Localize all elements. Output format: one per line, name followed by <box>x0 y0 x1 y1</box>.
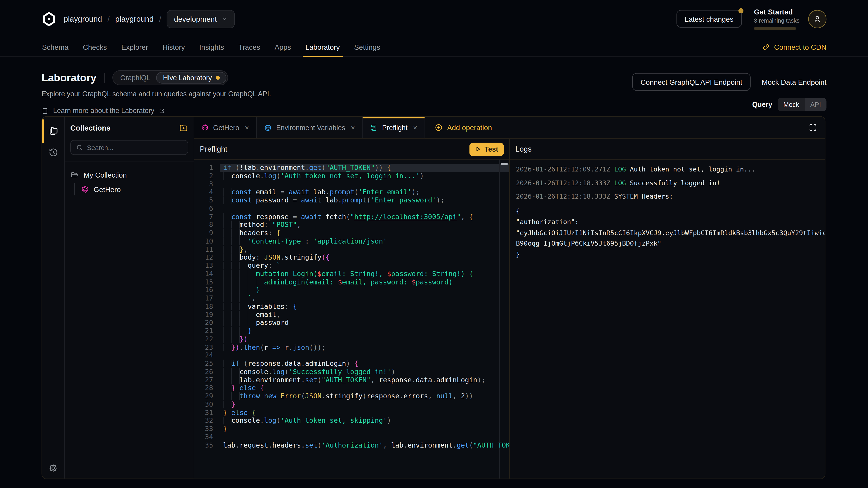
collection-folder-my-collection[interactable]: My Collection <box>70 169 188 181</box>
scrollbar-thumb[interactable] <box>501 163 507 164</box>
editor-pane-title: Preflight <box>200 145 227 153</box>
code-line[interactable]: 1if (!lab.environment.get("AUTH_TOKEN"))… <box>194 164 509 172</box>
hive-logo-icon[interactable] <box>41 11 57 26</box>
rail-active-indicator <box>42 119 43 143</box>
code-line[interactable]: 4 const email = await lab.prompt('Enter … <box>194 188 509 196</box>
code-line[interactable]: 28 } else { <box>194 384 509 392</box>
close-icon[interactable]: × <box>351 123 355 132</box>
code-line[interactable]: 22 }) <box>194 335 509 343</box>
code-line[interactable]: 12 body: JSON.stringify({ <box>194 254 509 262</box>
search-input[interactable] <box>87 144 183 151</box>
nav-tab-insights[interactable]: Insights <box>192 38 231 57</box>
connect-endpoint-label: Connect GraphQL API Endpoint <box>641 78 742 86</box>
nav-tab-laboratory[interactable]: Laboratory <box>298 38 347 57</box>
mode-option-graphiql[interactable]: GraphiQL <box>114 72 156 84</box>
get-started-widget[interactable]: Get Started 3 remaining tasks <box>754 8 796 30</box>
code-line[interactable]: 13 query: ` <box>194 262 509 270</box>
query-target-api[interactable]: API <box>805 98 827 111</box>
learn-more-link[interactable]: Learn more about the Laboratory <box>41 107 271 115</box>
query-target-toggle: Mock API <box>778 98 827 111</box>
code-line[interactable]: 2 console.log('Auth token not set, loggi… <box>194 172 509 180</box>
nav-tab-settings[interactable]: Settings <box>347 38 388 57</box>
tab-preflight[interactable]: Preflight × <box>363 117 425 138</box>
code-line[interactable]: 32 console.log('Auth token set, skipping… <box>194 417 509 425</box>
page-subtitle: Explore your GraphQL schema and run quer… <box>41 90 271 98</box>
code-line[interactable]: 23 }).then(r => r.json()); <box>194 344 509 352</box>
folder-open-icon <box>70 171 79 179</box>
collections-rail-button[interactable] <box>45 123 61 138</box>
tab-label: Preflight <box>382 124 407 131</box>
close-icon[interactable]: × <box>245 123 249 132</box>
code-line[interactable]: 27 lab.environment.set("AUTH_TOKEN", res… <box>194 376 509 384</box>
chevron-down-icon <box>221 16 227 22</box>
add-operation-button[interactable]: Add operation <box>426 117 500 138</box>
close-icon[interactable]: × <box>413 123 417 132</box>
code-line[interactable]: 34 <box>194 433 509 441</box>
settings-rail-button[interactable] <box>42 463 64 473</box>
tab-gethero[interactable]: GetHero × <box>194 117 257 138</box>
code-line[interactable]: 31} else { <box>194 409 509 417</box>
logs-pane-title: Logs <box>515 145 532 153</box>
work-area: GetHero × Environment Variables × Prefli… <box>194 117 825 479</box>
collections-tree: My Collection GetHero <box>65 162 194 202</box>
nav-tab-checks[interactable]: Checks <box>76 38 114 57</box>
breadcrumb-project[interactable]: playground <box>115 14 154 23</box>
log-json-line: { <box>516 206 825 217</box>
add-collection-button[interactable] <box>179 123 188 133</box>
code-line[interactable]: 24 <box>194 352 509 360</box>
connect-cdn-link[interactable]: Connect to CDN <box>763 38 833 57</box>
code-line[interactable]: 33} <box>194 425 509 433</box>
code-line[interactable]: 21 } <box>194 327 509 335</box>
app-window: playground / playground / development La… <box>0 0 868 488</box>
nav-tab-apps[interactable]: Apps <box>268 38 298 57</box>
collection-operation-gethero[interactable]: GetHero <box>81 183 188 195</box>
nav-tab-schema[interactable]: Schema <box>35 38 75 57</box>
nav-tabs: SchemaChecksExplorerHistoryInsightsTrace… <box>35 38 387 57</box>
code-line[interactable]: 18 variables: { <box>194 302 509 311</box>
code-line[interactable]: 8 method: "POST", <box>194 221 509 229</box>
nav-tab-history[interactable]: History <box>155 38 192 57</box>
query-target-mock[interactable]: Mock <box>778 98 805 111</box>
code-line[interactable]: 17 `, <box>194 294 509 302</box>
query-target-row: Query Mock API <box>752 98 827 111</box>
code-line[interactable]: 20 password <box>194 319 509 327</box>
code-line[interactable]: 19 email, <box>194 311 509 319</box>
code-line[interactable]: 11 }, <box>194 246 509 254</box>
breadcrumb-org[interactable]: playground <box>64 14 102 23</box>
code-line[interactable]: 26 console.log('Successfully logged in!'… <box>194 368 509 376</box>
code-line[interactable]: 30 } <box>194 400 509 409</box>
collections-search[interactable] <box>70 140 188 155</box>
code-line[interactable]: 5 const password = await lab.prompt('Ent… <box>194 196 509 204</box>
code-line[interactable]: 7 const response = await fetch("http://l… <box>194 213 509 221</box>
fullscreen-button[interactable] <box>801 117 825 138</box>
test-button[interactable]: Test <box>469 142 504 156</box>
laboratory-panel: Collections My Collection <box>41 116 826 479</box>
nav-tab-explorer[interactable]: Explorer <box>114 38 155 57</box>
avatar[interactable] <box>808 10 827 28</box>
code-editor[interactable]: 1if (!lab.environment.get("AUTH_TOKEN"))… <box>194 160 509 479</box>
tab-environment-variables[interactable]: Environment Variables × <box>257 117 363 138</box>
mock-data-endpoint-button[interactable]: Mock Data Endpoint <box>762 78 827 86</box>
code-line[interactable]: 35lab.request.headers.set('Authorization… <box>194 441 509 449</box>
code-line[interactable]: 16 } <box>194 286 509 294</box>
environment-select[interactable]: development <box>167 10 235 28</box>
code-line[interactable]: 25 if (response.data.adminLogin) { <box>194 360 509 368</box>
connect-cdn-label: Connect to CDN <box>774 43 827 51</box>
editor-scrollbar[interactable] <box>499 160 509 479</box>
code-line[interactable]: 14 mutation Login($email: String!, $pass… <box>194 270 509 278</box>
code-line[interactable]: 3 <box>194 180 509 188</box>
get-started-title: Get Started <box>754 8 796 16</box>
history-rail-button[interactable] <box>45 144 61 160</box>
connect-graphql-endpoint-button[interactable]: Connect GraphQL API Endpoint <box>632 73 751 91</box>
nav-tab-traces[interactable]: Traces <box>231 38 268 57</box>
latest-changes-button[interactable]: Latest changes <box>676 10 742 28</box>
search-icon <box>76 144 83 151</box>
collections-icon <box>48 125 59 136</box>
code-line[interactable]: 15 adminLogin(email: $email, password: $… <box>194 278 509 286</box>
code-line[interactable]: 29 throw new Error(JSON.stringify(respon… <box>194 392 509 400</box>
mode-option-hive-laboratory[interactable]: Hive Laboratory <box>156 72 226 84</box>
code-line[interactable]: 6 <box>194 205 509 213</box>
top-header: playground / playground / development La… <box>0 0 868 38</box>
code-line[interactable]: 10 'Content-Type': 'application/json' <box>194 237 509 246</box>
code-line[interactable]: 9 headers: { <box>194 229 509 237</box>
